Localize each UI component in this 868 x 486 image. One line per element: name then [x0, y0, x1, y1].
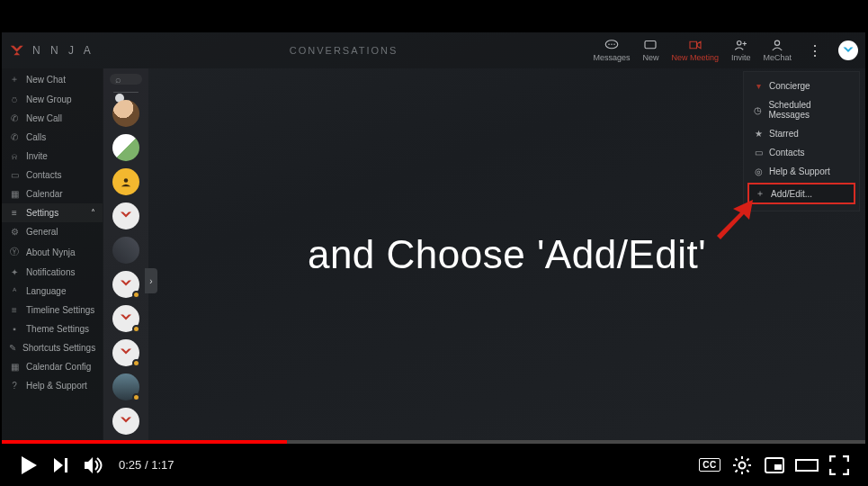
settings-button[interactable]	[726, 449, 758, 482]
video-content: N N J A CONVERSATIONS Messages New New M…	[2, 32, 865, 440]
settings-icon: ≡	[9, 208, 20, 218]
left-sidebar: ＋New Chat ⍥New Group ✆New Call ✆Calls ⍾I…	[2, 68, 103, 440]
presence-indicator	[132, 291, 140, 299]
volume-button[interactable]	[77, 449, 110, 482]
more-menu-button[interactable]: ⋮	[804, 42, 826, 59]
svg-point-9	[739, 462, 746, 468]
new-meeting-label: New Meeting	[671, 53, 719, 62]
search-icon: ⌕	[115, 74, 121, 85]
conversation-avatar[interactable]	[112, 339, 139, 366]
svg-point-5	[737, 41, 741, 46]
svg-point-6	[775, 40, 780, 45]
dropdown-item-concierge[interactable]: ▾Concierge	[744, 76, 859, 95]
theater-button[interactable]	[791, 449, 823, 482]
sidebar-item-language[interactable]: ᴬLanguage	[2, 282, 103, 301]
chevron-up-icon: ˄	[91, 208, 95, 218]
sidebar-item-shortcuts[interactable]: ✎Shortcuts Settings	[2, 338, 103, 357]
language-icon: ᴬ	[9, 286, 20, 296]
svg-rect-20	[796, 460, 818, 471]
sidebar-item-notifications[interactable]: ✦Notifications	[2, 263, 103, 282]
calendar-icon: ▦	[9, 362, 20, 372]
conversation-rail: ⌕ ›	[103, 68, 148, 440]
app-header: N N J A CONVERSATIONS Messages New New M…	[2, 32, 865, 68]
svg-rect-8	[65, 458, 67, 472]
phone-icon: ✆	[9, 132, 20, 142]
dropdown-item-scheduled[interactable]: ◷Scheduled Messages	[744, 95, 859, 124]
conversation-avatar[interactable]	[112, 100, 139, 127]
presence-indicator	[132, 393, 140, 401]
sidebar-item-timeline[interactable]: ≡Timeline Settings	[2, 301, 103, 320]
sidebar-settings-header[interactable]: ≡Settings˄	[2, 203, 103, 222]
sidebar-item-new-group[interactable]: ⍥New Group	[2, 90, 103, 109]
next-button[interactable]	[45, 449, 77, 482]
player-controls: 0:25 / 1:17 CC	[0, 444, 868, 486]
rail-toggle[interactable]	[113, 92, 139, 93]
sidebar-item-about[interactable]: ⓎAbout Nynja	[2, 241, 103, 263]
new-button[interactable]: New	[642, 39, 658, 62]
dropdown-item-contacts[interactable]: ▭Contacts	[744, 143, 859, 162]
help-icon: ◎	[753, 166, 764, 176]
sidebar-item-contacts[interactable]: ▭Contacts	[2, 166, 103, 184]
svg-line-15	[747, 470, 748, 472]
sidebar-item-new-call[interactable]: ✆New Call	[2, 109, 103, 128]
plus-icon: ＋	[755, 187, 765, 200]
conversation-avatar[interactable]	[112, 237, 139, 264]
dropdown-item-add-edit[interactable]: ＋Add/Edit...	[747, 183, 855, 204]
miniplayer-button[interactable]	[758, 449, 791, 482]
presence-indicator	[132, 325, 140, 333]
shortcuts-icon: ✎	[9, 343, 16, 353]
conversation-avatar[interactable]	[112, 134, 139, 161]
fullscreen-button[interactable]	[823, 449, 855, 482]
logo-icon: ▾	[753, 81, 764, 91]
gear-icon: ⚙	[9, 227, 20, 237]
time-display: 0:25 / 1:17	[119, 458, 174, 472]
conversation-avatar[interactable]	[112, 168, 139, 195]
svg-line-14	[736, 458, 738, 460]
captions-button[interactable]: CC	[694, 449, 726, 482]
mechat-button[interactable]: MeChat	[763, 39, 792, 62]
bell-icon: ✦	[9, 267, 20, 277]
tutorial-arrow-icon	[713, 200, 753, 239]
app-body: ＋New Chat ⍥New Group ✆New Call ✆Calls ⍾I…	[2, 68, 865, 440]
main-canvas: and Choose 'Add/Edit' ▾Concierge ◷Schedu…	[148, 68, 865, 440]
svg-point-1	[608, 44, 610, 46]
sidebar-item-calls[interactable]: ✆Calls	[2, 128, 103, 147]
rail-search[interactable]: ⌕	[110, 74, 142, 85]
play-button[interactable]	[13, 449, 45, 482]
conversation-avatar[interactable]	[112, 202, 139, 230]
sidebar-item-invite[interactable]: ⍾Invite	[2, 147, 103, 166]
svg-rect-4	[645, 41, 656, 49]
dropdown-item-starred[interactable]: ★Starred	[744, 124, 859, 143]
profile-avatar-button[interactable]	[838, 40, 858, 60]
messages-button[interactable]: Messages	[593, 39, 630, 62]
sidebar-item-calendar-config[interactable]: ▦Calendar Config	[2, 357, 103, 376]
svg-line-17	[736, 470, 738, 472]
conversation-avatar[interactable]	[112, 408, 139, 435]
sidebar-item-general[interactable]: ⚙General	[2, 222, 103, 241]
sidebar-item-new-chat[interactable]: ＋New Chat	[2, 68, 103, 90]
app-logo[interactable]: N N J A	[9, 44, 94, 57]
presence-indicator	[132, 359, 140, 367]
conversation-avatar[interactable]	[112, 305, 139, 332]
conversation-avatar[interactable]	[112, 271, 139, 298]
app-wordmark: N N J A	[32, 44, 94, 57]
theme-icon: ▪	[9, 324, 20, 334]
invite-label: Invite	[731, 53, 751, 62]
group-icon: ⍥	[9, 94, 20, 104]
cc-icon: CC	[699, 458, 720, 472]
timeline-icon: ≡	[9, 305, 20, 315]
sidebar-item-calendar[interactable]: ▦Calendar	[2, 184, 103, 203]
sidebar-item-theme[interactable]: ▪Theme Settings	[2, 320, 103, 338]
dropdown-item-help[interactable]: ◎Help & Support	[744, 162, 859, 181]
new-label: New	[642, 53, 658, 62]
svg-rect-19	[774, 464, 782, 470]
header-actions: Messages New New Meeting Invite MeChat ⋮	[593, 39, 858, 62]
star-icon: ★	[753, 129, 764, 139]
conversation-avatar[interactable]	[112, 374, 139, 400]
sidebar-item-help[interactable]: ?Help & Support	[2, 376, 103, 395]
phone-icon: ✆	[9, 113, 20, 123]
plus-icon: ＋	[9, 73, 20, 86]
svg-line-16	[747, 458, 748, 460]
invite-button[interactable]: Invite	[731, 39, 751, 62]
new-meeting-button[interactable]: New Meeting	[671, 39, 719, 62]
